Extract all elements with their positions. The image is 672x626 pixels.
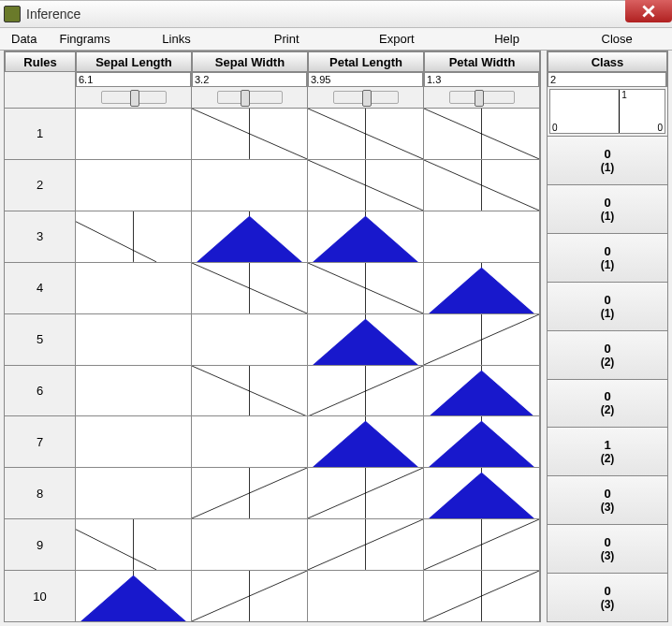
- cell-petal-width: [424, 519, 540, 570]
- rule-number: 9: [5, 519, 76, 570]
- cell-petal-length: [308, 416, 424, 467]
- svg-marker-21: [430, 268, 533, 313]
- menu-help[interactable]: Help: [452, 29, 562, 49]
- cell-petal-width: [424, 571, 540, 621]
- input-petal-length[interactable]: [308, 72, 423, 87]
- class-rows: 0(1)0(1)0(1)0(1)0(2)0(2)1(2)0(3)0(3)0(3): [548, 136, 667, 621]
- graph-mid-label: 1: [621, 90, 627, 100]
- class-output-value: 0: [604, 584, 610, 598]
- cell-petal-width: [424, 211, 540, 262]
- rule-number: 10: [5, 571, 76, 621]
- cell-petal-length: [308, 109, 424, 159]
- header-sepal-length[interactable]: Sepal Length: [76, 51, 192, 72]
- header-petal-width[interactable]: Petal Width: [424, 51, 540, 72]
- menu-export[interactable]: Export: [342, 29, 452, 49]
- class-row: 0(1): [548, 233, 667, 282]
- cell-sepal-width: [192, 366, 308, 416]
- rule-row: 2: [5, 159, 540, 211]
- cell-sepal-length: [76, 571, 192, 621]
- svg-line-43: [76, 530, 156, 570]
- menu-close[interactable]: Close: [562, 29, 672, 49]
- graph-left-label: 0: [552, 123, 558, 133]
- svg-marker-31: [430, 371, 533, 416]
- window-close-button[interactable]: [625, 0, 672, 22]
- class-panel: Class 0 1 0 0(1)0(1)0(1)0(1)0(2)0(2)1(2)…: [547, 51, 668, 622]
- class-output-value: 0: [604, 487, 610, 501]
- class-output-index: (1): [601, 307, 615, 320]
- menu-fingrams[interactable]: Fingrams: [48, 29, 121, 49]
- svg-marker-41: [430, 473, 533, 519]
- cell-petal-width: [424, 314, 540, 365]
- rules-table: Rules Sepal Length Sepal Width Petal Len…: [4, 51, 541, 622]
- class-output-value: 0: [604, 535, 610, 549]
- input-sepal-length[interactable]: [76, 72, 191, 87]
- svg-marker-49: [81, 576, 185, 622]
- cell-petal-length: [308, 468, 424, 518]
- rule-row: 8: [5, 467, 540, 518]
- class-row: 0(2): [548, 379, 667, 428]
- class-row: 0(1): [548, 282, 667, 330]
- menu-links[interactable]: Links: [122, 29, 232, 49]
- cell-sepal-width: [192, 263, 308, 313]
- class-row: 0(1): [548, 184, 667, 233]
- app-icon: [4, 6, 21, 22]
- class-output-value: 0: [604, 293, 610, 307]
- cell-petal-length: [308, 571, 424, 621]
- rule-number: 6: [5, 366, 76, 416]
- rule-row: 1: [5, 108, 540, 159]
- cell-petal-length: [308, 519, 424, 570]
- rule-number: 1: [5, 109, 76, 159]
- input-class[interactable]: [548, 72, 666, 87]
- class-output-index: (1): [601, 210, 615, 223]
- rule-number: 7: [5, 416, 76, 467]
- rule-row: 10: [5, 570, 540, 621]
- cell-petal-length: [308, 160, 424, 211]
- cell-sepal-width: [192, 314, 308, 365]
- column-headers: Rules Sepal Length Sepal Width Petal Len…: [5, 51, 540, 72]
- menubar: Data Fingrams Links Print Export Help Cl…: [0, 28, 672, 51]
- svg-marker-15: [314, 216, 417, 262]
- slider-sepal-length[interactable]: [101, 91, 167, 104]
- class-row: 0(1): [548, 136, 667, 184]
- cell-sepal-length: [76, 468, 192, 518]
- cell-petal-width: [424, 263, 540, 313]
- svg-marker-13: [197, 216, 301, 262]
- class-output-index: (3): [601, 501, 615, 514]
- class-output-value: 0: [604, 147, 610, 161]
- menu-print[interactable]: Print: [231, 29, 342, 49]
- inference-window: Inference Data Fingrams Links Print Expo…: [0, 0, 672, 626]
- cell-petal-width: [424, 160, 540, 211]
- class-output-value: 0: [604, 196, 610, 210]
- rule-number: 2: [5, 160, 76, 211]
- input-sepal-width[interactable]: [192, 72, 307, 87]
- class-output-index: (1): [601, 161, 615, 174]
- header-petal-length[interactable]: Petal Length: [308, 51, 424, 72]
- cell-sepal-length: [76, 263, 192, 313]
- header-rules[interactable]: Rules: [5, 51, 76, 72]
- cell-sepal-length: [76, 366, 192, 416]
- slider-petal-width[interactable]: [449, 91, 515, 104]
- slider-sepal-width[interactable]: [217, 91, 283, 104]
- svg-marker-35: [430, 422, 533, 468]
- menu-data[interactable]: Data: [0, 29, 48, 49]
- header-sepal-width[interactable]: Sepal Width: [192, 51, 308, 72]
- rule-row: 3: [5, 211, 540, 262]
- cell-sepal-length: [76, 519, 192, 570]
- rule-number: 5: [5, 314, 76, 365]
- class-output-value: 0: [604, 244, 610, 258]
- input-petal-width[interactable]: [424, 72, 539, 87]
- header-class[interactable]: Class: [548, 51, 667, 72]
- slider-row: [5, 87, 540, 108]
- class-output-index: (3): [601, 598, 615, 611]
- graph-right-label: 0: [657, 123, 663, 133]
- cell-petal-width: [424, 416, 540, 467]
- slider-petal-length[interactable]: [333, 91, 399, 104]
- class-output-value: 0: [604, 389, 610, 403]
- rule-row: 4: [5, 262, 540, 313]
- class-row: 0(3): [548, 524, 667, 573]
- svg-marker-23: [314, 319, 417, 365]
- class-row: 0(2): [548, 330, 667, 379]
- rule-row: 9: [5, 518, 540, 570]
- close-icon: [642, 5, 655, 18]
- svg-line-11: [76, 222, 156, 262]
